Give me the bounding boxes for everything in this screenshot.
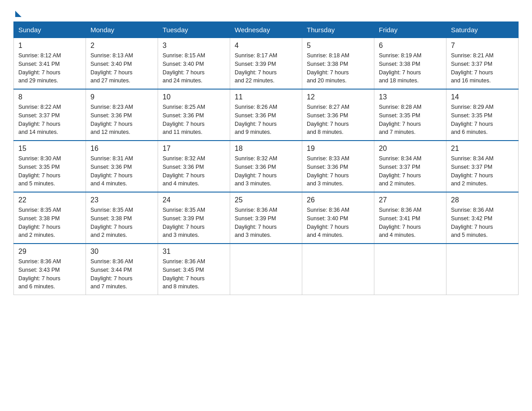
day-info: Sunrise: 8:32 AMSunset: 3:36 PMDaylight:…: [163, 154, 225, 188]
day-number: 9: [90, 93, 153, 101]
day-number: 3: [163, 42, 225, 50]
day-info: Sunrise: 8:13 AMSunset: 3:40 PMDaylight:…: [90, 51, 153, 85]
calendar-cell: 7 Sunrise: 8:21 AMSunset: 3:37 PMDayligh…: [446, 38, 519, 89]
calendar-cell: 16 Sunrise: 8:31 AMSunset: 3:36 PMDaylig…: [86, 141, 158, 192]
day-number: 27: [379, 196, 442, 204]
day-number: 18: [235, 145, 297, 153]
calendar-cell: [374, 244, 446, 295]
day-number: 20: [379, 145, 442, 153]
day-info: Sunrise: 8:34 AMSunset: 3:37 PMDaylight:…: [451, 154, 514, 188]
calendar-cell: [302, 244, 374, 295]
day-number: 7: [451, 42, 514, 50]
page-header: [13, 9, 519, 15]
day-number: 15: [18, 145, 81, 153]
day-number: 29: [18, 248, 81, 256]
day-number: 5: [307, 42, 369, 50]
day-info: Sunrise: 8:17 AMSunset: 3:39 PMDaylight:…: [235, 51, 297, 85]
day-info: Sunrise: 8:36 AMSunset: 3:41 PMDaylight:…: [379, 206, 442, 240]
day-info: Sunrise: 8:36 AMSunset: 3:44 PMDaylight:…: [90, 257, 153, 291]
calendar-cell: 19 Sunrise: 8:33 AMSunset: 3:36 PMDaylig…: [302, 141, 374, 192]
calendar-cell: 25 Sunrise: 8:36 AMSunset: 3:39 PMDaylig…: [230, 192, 302, 244]
day-info: Sunrise: 8:36 AMSunset: 3:40 PMDaylight:…: [307, 206, 369, 240]
day-info: Sunrise: 8:35 AMSunset: 3:39 PMDaylight:…: [163, 206, 225, 240]
day-header-wednesday: Wednesday: [230, 22, 302, 38]
day-info: Sunrise: 8:30 AMSunset: 3:35 PMDaylight:…: [18, 154, 81, 188]
calendar-cell: 8 Sunrise: 8:22 AMSunset: 3:37 PMDayligh…: [14, 89, 86, 141]
day-info: Sunrise: 8:35 AMSunset: 3:38 PMDaylight:…: [90, 206, 153, 240]
calendar-cell: 31 Sunrise: 8:36 AMSunset: 3:45 PMDaylig…: [158, 244, 230, 295]
day-info: Sunrise: 8:34 AMSunset: 3:37 PMDaylight:…: [379, 154, 442, 188]
day-header-tuesday: Tuesday: [158, 22, 230, 38]
calendar-cell: 30 Sunrise: 8:36 AMSunset: 3:44 PMDaylig…: [86, 244, 158, 295]
calendar-week-row: 22 Sunrise: 8:35 AMSunset: 3:38 PMDaylig…: [14, 192, 519, 244]
day-number: 10: [163, 93, 225, 101]
day-number: 22: [18, 196, 81, 204]
calendar-cell: [446, 244, 519, 295]
day-info: Sunrise: 8:35 AMSunset: 3:38 PMDaylight:…: [18, 206, 81, 240]
calendar-cell: 12 Sunrise: 8:27 AMSunset: 3:36 PMDaylig…: [302, 89, 374, 141]
day-number: 31: [163, 248, 225, 256]
day-info: Sunrise: 8:32 AMSunset: 3:36 PMDaylight:…: [235, 154, 297, 188]
day-info: Sunrise: 8:36 AMSunset: 3:39 PMDaylight:…: [235, 206, 297, 240]
calendar-cell: 4 Sunrise: 8:17 AMSunset: 3:39 PMDayligh…: [230, 38, 302, 89]
day-header-sunday: Sunday: [14, 22, 86, 38]
day-number: 19: [307, 145, 369, 153]
day-info: Sunrise: 8:22 AMSunset: 3:37 PMDaylight:…: [18, 103, 81, 137]
calendar-cell: 17 Sunrise: 8:32 AMSunset: 3:36 PMDaylig…: [158, 141, 230, 192]
day-info: Sunrise: 8:28 AMSunset: 3:35 PMDaylight:…: [379, 103, 442, 137]
calendar-cell: 11 Sunrise: 8:26 AMSunset: 3:36 PMDaylig…: [230, 89, 302, 141]
day-info: Sunrise: 8:36 AMSunset: 3:43 PMDaylight:…: [18, 257, 81, 291]
day-header-thursday: Thursday: [302, 22, 374, 38]
calendar-cell: 10 Sunrise: 8:25 AMSunset: 3:36 PMDaylig…: [158, 89, 230, 141]
day-number: 2: [90, 42, 153, 50]
day-info: Sunrise: 8:26 AMSunset: 3:36 PMDaylight:…: [235, 103, 297, 137]
day-header-monday: Monday: [86, 22, 158, 38]
day-header-friday: Friday: [374, 22, 446, 38]
day-number: 21: [451, 145, 514, 153]
day-number: 24: [163, 196, 225, 204]
calendar-cell: 20 Sunrise: 8:34 AMSunset: 3:37 PMDaylig…: [374, 141, 446, 192]
calendar-cell: 27 Sunrise: 8:36 AMSunset: 3:41 PMDaylig…: [374, 192, 446, 244]
day-info: Sunrise: 8:25 AMSunset: 3:36 PMDaylight:…: [163, 103, 225, 137]
calendar-cell: 26 Sunrise: 8:36 AMSunset: 3:40 PMDaylig…: [302, 192, 374, 244]
calendar-cell: 24 Sunrise: 8:35 AMSunset: 3:39 PMDaylig…: [158, 192, 230, 244]
calendar-cell: 14 Sunrise: 8:29 AMSunset: 3:35 PMDaylig…: [446, 89, 519, 141]
day-number: 12: [307, 93, 369, 101]
calendar-cell: 15 Sunrise: 8:30 AMSunset: 3:35 PMDaylig…: [14, 141, 86, 192]
calendar-cell: 9 Sunrise: 8:23 AMSunset: 3:36 PMDayligh…: [86, 89, 158, 141]
logo: [13, 9, 21, 15]
calendar-cell: 1 Sunrise: 8:12 AMSunset: 3:41 PMDayligh…: [14, 38, 86, 89]
day-number: 25: [235, 196, 297, 204]
day-number: 1: [18, 42, 81, 50]
day-info: Sunrise: 8:21 AMSunset: 3:37 PMDaylight:…: [451, 51, 514, 85]
calendar-week-row: 1 Sunrise: 8:12 AMSunset: 3:41 PMDayligh…: [14, 38, 519, 89]
calendar-cell: 29 Sunrise: 8:36 AMSunset: 3:43 PMDaylig…: [14, 244, 86, 295]
day-number: 26: [307, 196, 369, 204]
calendar-cell: 3 Sunrise: 8:15 AMSunset: 3:40 PMDayligh…: [158, 38, 230, 89]
day-number: 14: [451, 93, 514, 101]
day-number: 11: [235, 93, 297, 101]
day-info: Sunrise: 8:27 AMSunset: 3:36 PMDaylight:…: [307, 103, 369, 137]
logo-arrow-icon: [15, 11, 21, 17]
day-info: Sunrise: 8:33 AMSunset: 3:36 PMDaylight:…: [307, 154, 369, 188]
day-info: Sunrise: 8:36 AMSunset: 3:45 PMDaylight:…: [163, 257, 225, 291]
calendar-cell: 22 Sunrise: 8:35 AMSunset: 3:38 PMDaylig…: [14, 192, 86, 244]
calendar-cell: 5 Sunrise: 8:18 AMSunset: 3:38 PMDayligh…: [302, 38, 374, 89]
calendar-week-row: 29 Sunrise: 8:36 AMSunset: 3:43 PMDaylig…: [14, 244, 519, 295]
day-info: Sunrise: 8:19 AMSunset: 3:38 PMDaylight:…: [379, 51, 442, 85]
day-number: 17: [163, 145, 225, 153]
day-info: Sunrise: 8:23 AMSunset: 3:36 PMDaylight:…: [90, 103, 153, 137]
calendar-cell: 23 Sunrise: 8:35 AMSunset: 3:38 PMDaylig…: [86, 192, 158, 244]
calendar-cell: 6 Sunrise: 8:19 AMSunset: 3:38 PMDayligh…: [374, 38, 446, 89]
day-number: 4: [235, 42, 297, 50]
calendar-header-row: SundayMondayTuesdayWednesdayThursdayFrid…: [14, 22, 519, 38]
calendar-cell: 21 Sunrise: 8:34 AMSunset: 3:37 PMDaylig…: [446, 141, 519, 192]
calendar-cell: 13 Sunrise: 8:28 AMSunset: 3:35 PMDaylig…: [374, 89, 446, 141]
day-number: 13: [379, 93, 442, 101]
day-number: 8: [18, 93, 81, 101]
calendar-week-row: 8 Sunrise: 8:22 AMSunset: 3:37 PMDayligh…: [14, 89, 519, 141]
calendar-week-row: 15 Sunrise: 8:30 AMSunset: 3:35 PMDaylig…: [14, 141, 519, 192]
day-number: 16: [90, 145, 153, 153]
day-info: Sunrise: 8:36 AMSunset: 3:42 PMDaylight:…: [451, 206, 514, 240]
day-number: 23: [90, 196, 153, 204]
